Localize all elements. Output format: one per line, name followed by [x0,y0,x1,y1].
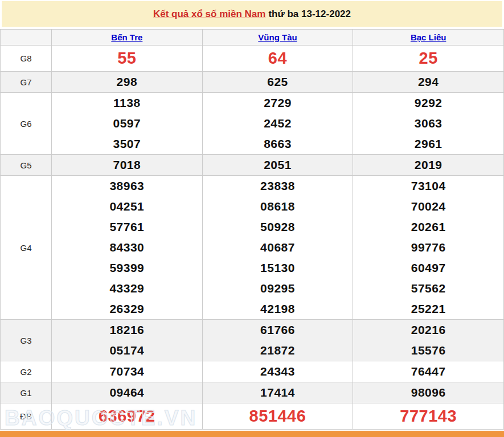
cell-g2-ben-tre: 70734 [52,361,203,382]
cell-g7-ben-tre: 298 [52,72,203,93]
cell-db-vung-tau: 851446 [202,403,353,430]
column-header-bac-lieu: Bạc Liêu [353,30,504,46]
prize-number: 05174 [52,340,202,361]
prize-number: 55 [52,46,202,71]
prize-number: 851446 [203,403,353,429]
cell-g1-ben-tre: 09464 [52,382,203,403]
cell-g5-vung-tau: 2051 [202,155,353,176]
cell-g3-ben-tre: 1821605174 [52,320,203,361]
prize-number: 2051 [203,155,353,175]
column-header-vung-tau: Vũng Tàu [202,30,353,46]
row-label-g7: G7 [1,72,52,93]
cell-g6-vung-tau: 272924528663 [202,93,353,155]
prize-number: 7018 [52,155,202,175]
prize-number: 20216 [353,320,503,340]
cell-g1-vung-tau: 17414 [202,382,353,403]
prize-number: 294 [353,72,503,92]
prize-number: 76447 [353,361,503,382]
prize-number: 15130 [203,258,353,278]
prize-number: 57562 [353,278,503,299]
table-row-g7: G7298625294 [1,72,504,93]
prize-number: 50928 [203,217,353,237]
cell-g3-bac-lieu: 2021615576 [353,320,504,361]
prize-number: 625 [203,72,353,92]
prize-number: 43329 [52,278,202,299]
row-label-g2: G2 [1,361,52,382]
row-label-db: ĐB [1,403,52,430]
prize-number: 84330 [52,237,202,258]
cell-g5-bac-lieu: 2019 [353,155,504,176]
table-row-g2: G2707342434376447 [1,361,504,382]
page-title: Kết quả xổ số miền Nam thứ ba 13-12-2022 [2,1,502,27]
prize-number: 09295 [203,278,353,299]
footer-accent-bar [0,431,504,437]
cell-g5-ben-tre: 7018 [52,155,203,176]
prize-number: 04251 [52,196,202,217]
row-label-g6: G6 [1,93,52,155]
prize-number: 38963 [52,176,202,196]
table-row-g5: G5701820512019 [1,155,504,176]
prize-number: 23838 [203,176,353,196]
cell-g8-vung-tau: 64 [202,46,353,72]
prize-number: 3507 [52,134,202,154]
table-row-db: ĐB636972851446777143 [1,403,504,430]
prize-number: 09464 [52,382,202,403]
row-label-g8: G8 [1,46,52,72]
cell-g8-bac-lieu: 25 [353,46,504,72]
prize-number: 40687 [203,237,353,258]
table-row-g3: G3182160517461766218722021615576 [1,320,504,361]
prize-number: 99776 [353,237,503,258]
prize-number: 8663 [203,134,353,154]
cell-g8-ben-tre: 55 [52,46,203,72]
cell-g4-ben-tre: 38963042515776184330593994332926329 [52,176,203,320]
row-label-g5: G5 [1,155,52,176]
prize-number: 777143 [353,403,503,429]
prize-number: 25221 [353,299,503,319]
column-header-ben-tre: Bến Tre [52,30,203,46]
prize-number: 298 [52,72,202,92]
prize-number: 73104 [353,176,503,196]
prize-number: 3063 [353,113,503,134]
cell-g3-vung-tau: 6176621872 [202,320,353,361]
title-date: thứ ba 13-12-2022 [268,9,351,20]
prize-number: 0597 [52,113,202,134]
prize-number: 2961 [353,134,503,154]
title-link[interactable]: Kết quả xổ số miền Nam [153,9,265,20]
prize-number: 2019 [353,155,503,175]
prize-number: 60497 [353,258,503,278]
cell-g7-vung-tau: 625 [202,72,353,93]
prize-number: 64 [203,46,353,71]
prize-number: 1138 [52,93,202,113]
prize-number: 15576 [353,340,503,361]
prize-number: 18216 [52,320,202,340]
prize-number: 70024 [353,196,503,217]
prize-number: 21872 [203,340,353,361]
results-table: Bến TreVũng TàuBạc Liêu G8556425G7298625… [0,29,504,430]
cell-db-bac-lieu: 777143 [353,403,504,430]
table-row-g1: G1094641741498096 [1,382,504,403]
prize-number: 61766 [203,320,353,340]
column-link-vung-tau[interactable]: Vũng Tàu [258,32,297,42]
prize-number: 42198 [203,299,353,319]
prize-number: 2729 [203,93,353,113]
prize-number: 98096 [353,382,503,403]
prize-number: 59399 [52,258,202,278]
cell-g6-bac-lieu: 929230632961 [353,93,504,155]
cell-g6-ben-tre: 113805973507 [52,93,203,155]
cell-g1-bac-lieu: 98096 [353,382,504,403]
row-label-g4: G4 [1,176,52,320]
prize-number: 17414 [203,382,353,403]
prize-number: 70734 [52,361,202,382]
cell-g2-vung-tau: 24343 [202,361,353,382]
cell-db-ben-tre: 636972 [52,403,203,430]
cell-g4-vung-tau: 23838086185092840687151300929542198 [202,176,353,320]
cell-g4-bac-lieu: 73104700242026199776604975756225221 [353,176,504,320]
prize-number: 636972 [52,403,202,429]
table-row-g4: G438963042515776184330593994332926329238… [1,176,504,320]
prize-number: 2452 [203,113,353,134]
cell-g2-bac-lieu: 76447 [353,361,504,382]
row-label-g3: G3 [1,320,52,361]
column-link-bac-lieu[interactable]: Bạc Liêu [411,32,446,42]
column-link-ben-tre[interactable]: Bến Tre [111,32,142,42]
table-row-g6: G6113805973507272924528663929230632961 [1,93,504,155]
